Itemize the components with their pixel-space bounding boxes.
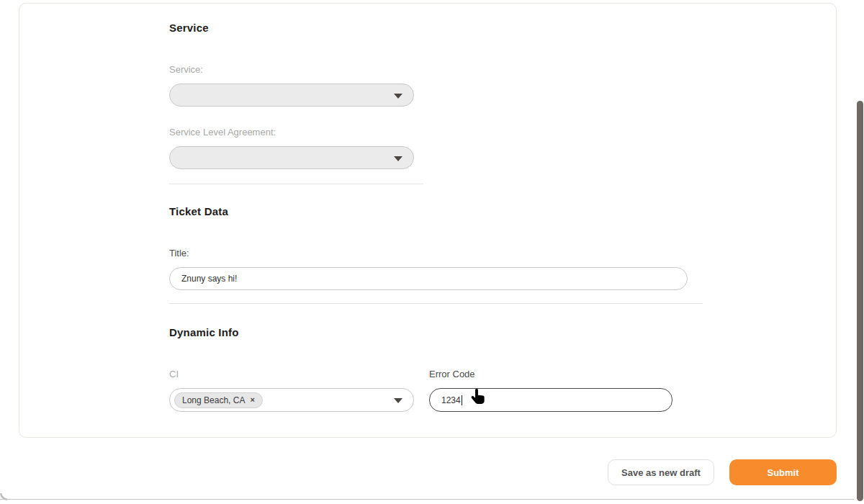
chevron-down-icon xyxy=(394,398,402,403)
chevron-down-icon xyxy=(394,94,402,99)
ci-multiselect[interactable]: Long Beach, CA × xyxy=(169,388,414,412)
title-label: Title: xyxy=(169,248,189,258)
error-code-input[interactable]: 1234 xyxy=(429,388,672,412)
scrollbar-thumb[interactable] xyxy=(857,101,863,501)
ticket-form-card: Service Service: Service Level Agreement… xyxy=(19,3,837,438)
error-code-value: 1234 xyxy=(441,395,461,405)
service-section-heading: Service xyxy=(169,22,209,34)
ci-tag-label: Long Beach, CA xyxy=(182,395,245,405)
bottom-separator xyxy=(0,499,864,500)
tag-remove-icon[interactable]: × xyxy=(250,396,254,404)
chevron-down-icon xyxy=(394,156,402,161)
dynamic-info-section-heading: Dynamic Info xyxy=(169,326,239,338)
sla-label: Service Level Agreement: xyxy=(169,127,276,138)
save-as-draft-button[interactable]: Save as new draft xyxy=(608,459,714,485)
footer-actions: Save as new draft Submit xyxy=(0,459,837,485)
submit-button[interactable]: Submit xyxy=(729,459,837,485)
service-select[interactable] xyxy=(169,84,414,107)
text-caret xyxy=(462,395,462,405)
ci-label: CI xyxy=(169,369,179,379)
sla-select[interactable] xyxy=(169,146,414,169)
ticket-form-page: Service Service: Service Level Agreement… xyxy=(0,0,864,504)
error-code-label: Error Code xyxy=(429,369,475,379)
ticket-data-section-heading: Ticket Data xyxy=(169,205,228,217)
hand-cursor-icon xyxy=(469,387,488,408)
title-input[interactable] xyxy=(169,267,688,290)
ci-tag: Long Beach, CA × xyxy=(174,392,263,408)
ticket-data-section-divider xyxy=(169,303,703,304)
service-section-divider xyxy=(169,184,423,184)
service-label: Service: xyxy=(169,64,203,75)
